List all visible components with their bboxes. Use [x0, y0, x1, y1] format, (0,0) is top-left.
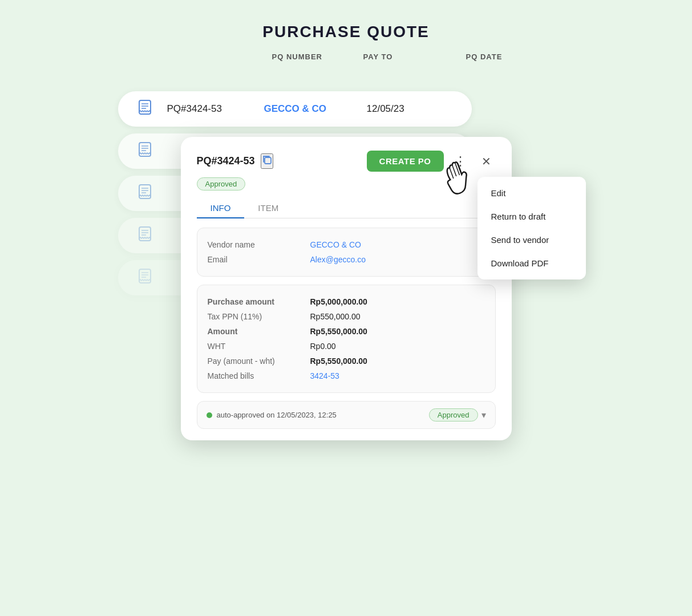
amount-label: Amount	[208, 327, 310, 336]
tabs: INFO ITEM	[197, 198, 496, 218]
amount-row: Amount Rp5,550,000.00	[208, 324, 485, 339]
approved-tag: Approved	[429, 408, 478, 422]
row-pq-number: PQ#3424-53	[167, 103, 253, 115]
card-header: PQ#3424-53 CREATE PO ⋮ ✕	[197, 151, 496, 172]
copy-button[interactable]	[261, 153, 273, 169]
row-vendor: GECCO & CO	[264, 103, 355, 115]
receipt-icon	[134, 184, 156, 203]
svg-rect-16	[139, 269, 151, 283]
status-dot	[207, 412, 212, 418]
wht-value: Rp0.00	[310, 342, 336, 351]
chevron-down-icon[interactable]: ▾	[481, 410, 486, 420]
row-date: 12/05/23	[367, 103, 404, 115]
email-value: Alex@gecco.co	[310, 255, 366, 264]
pay-label: Pay (amount - wht)	[208, 356, 310, 366]
tax-label: Tax PPN (11%)	[208, 312, 310, 321]
create-po-button[interactable]: CREATE PO	[367, 151, 444, 172]
page-title: PURCHASE QUOTE	[90, 23, 603, 41]
pay-row: Pay (amount - wht) Rp5,550,000.00	[208, 354, 485, 368]
card-pq-number: PQ#3424-53	[197, 153, 273, 169]
menu-item-return-to-draft[interactable]: Return to draft	[477, 205, 586, 228]
email-row: Email Alex@gecco.co	[208, 252, 485, 267]
detail-card: PQ#3424-53 CREATE PO ⋮ ✕ Approved INFO I…	[181, 137, 512, 440]
menu-item-edit[interactable]: Edit	[477, 181, 586, 205]
menu-item-send-to-vendor[interactable]: Send to vendor	[477, 228, 586, 252]
receipt-icon	[134, 99, 156, 119]
svg-rect-8	[139, 185, 151, 198]
matched-bills-label: Matched bills	[208, 371, 310, 380]
svg-rect-4	[139, 143, 151, 156]
vendor-section: Vendor name GECCO & CO Email Alex@gecco.…	[197, 228, 496, 277]
tax-value: Rp550,000.00	[310, 312, 361, 321]
list-headers: PQ NUMBER PAY TO PQ DATE	[90, 52, 603, 61]
receipt-icon	[134, 268, 156, 287]
pq-number-text: PQ#3424-53	[197, 155, 255, 167]
context-menu: Edit Return to draft Send to vendor Down…	[477, 177, 586, 279]
vendor-name-label: Vendor name	[208, 240, 310, 249]
svg-rect-12	[139, 227, 151, 241]
purchase-amount-value: Rp5,000,000.00	[310, 297, 367, 306]
approval-footer: auto-approved on 12/05/2023, 12:25 Appro…	[197, 401, 496, 429]
purchase-amount-label: Purchase amount	[208, 297, 310, 306]
receipt-icon	[134, 141, 156, 161]
purchase-amount-row: Purchase amount Rp5,000,000.00	[208, 294, 485, 309]
more-options-button[interactable]: ⋮	[450, 152, 471, 171]
approval-text: auto-approved on 12/05/2023, 12:25	[207, 411, 337, 419]
menu-item-download-pdf[interactable]: Download PDF	[477, 252, 586, 275]
matched-bills-row: Matched bills 3424-53	[208, 368, 485, 383]
tax-row: Tax PPN (11%) Rp550,000.00	[208, 309, 485, 324]
header-pay-to: PAY TO	[363, 52, 466, 61]
wht-row: WHT Rp0.00	[208, 339, 485, 354]
header-pq-date: PQ DATE	[466, 52, 557, 61]
approval-message: auto-approved on 12/05/2023, 12:25	[217, 411, 337, 419]
amounts-section: Purchase amount Rp5,000,000.00 Tax PPN (…	[197, 285, 496, 393]
wht-label: WHT	[208, 342, 310, 351]
matched-bills-value: 3424-53	[310, 371, 339, 380]
close-button[interactable]: ✕	[477, 152, 496, 171]
email-label: Email	[208, 255, 310, 264]
tab-info[interactable]: INFO	[197, 198, 245, 218]
svg-rect-0	[139, 100, 151, 114]
svg-rect-20	[265, 157, 271, 164]
tab-item[interactable]: ITEM	[244, 198, 292, 218]
vendor-name-value: GECCO & CO	[310, 240, 361, 249]
amount-value: Rp5,550,000.00	[310, 327, 367, 336]
list-item[interactable]: PQ#3424-53 GECCO & CO 12/05/23	[118, 91, 472, 127]
receipt-icon	[134, 226, 156, 245]
vendor-name-row: Vendor name GECCO & CO	[208, 237, 485, 252]
header-pq-number: PQ NUMBER	[272, 52, 363, 61]
pay-value: Rp5,550,000.00	[310, 356, 367, 366]
card-actions: CREATE PO ⋮ ✕	[367, 151, 496, 172]
status-badge: Approved	[197, 177, 246, 191]
